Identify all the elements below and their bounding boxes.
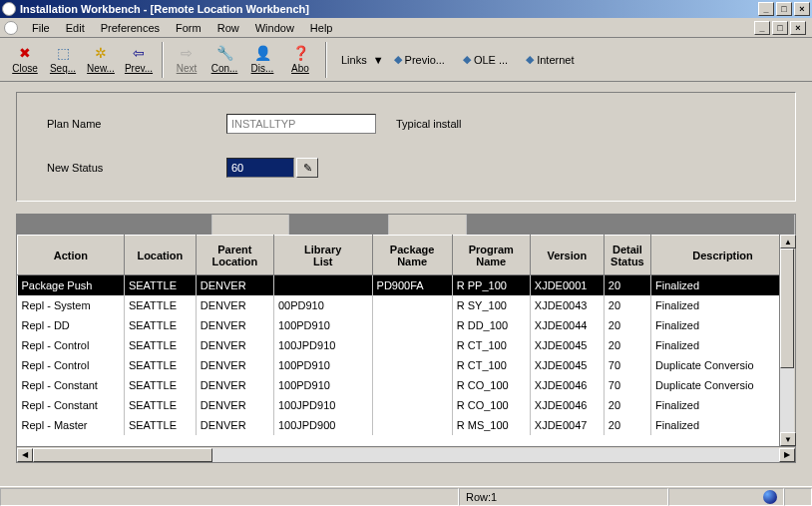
menu-help[interactable]: Help <box>302 20 341 36</box>
cell-description: Finalized <box>651 415 795 435</box>
sequence-button[interactable]: ⬚Seq... <box>44 41 82 79</box>
cell-package_name <box>372 295 452 315</box>
cell-program_name: R DD_100 <box>452 315 530 335</box>
previous-button[interactable]: ⇦Prev... <box>120 41 158 79</box>
links-dropdown-icon[interactable]: ▼ <box>373 54 384 66</box>
cell-description: Finalized <box>651 335 795 355</box>
close-window-button[interactable]: × <box>794 2 810 16</box>
vscroll-thumb[interactable] <box>780 249 794 368</box>
plan-name-input[interactable] <box>226 114 376 134</box>
menu-window[interactable]: Window <box>247 20 302 36</box>
minimize-button[interactable]: _ <box>758 2 774 16</box>
cell-location: SEATTLE <box>124 295 196 315</box>
table-row[interactable]: Repl - SystemSEATTLEDENVER 00PD910R SY_1… <box>18 295 795 315</box>
scroll-left-button[interactable]: ◀ <box>17 448 33 462</box>
content-area: Plan Name Typical install New Status ✎ A… <box>0 82 812 469</box>
table-row[interactable]: Repl - ControlSEATTLEDENVER100PD910R CT_… <box>18 355 795 375</box>
cell-package_name <box>372 375 452 395</box>
sequence-icon: ⬚ <box>55 45 71 61</box>
cell-version: XJDE0047 <box>530 415 604 435</box>
cell-detail_status: 20 <box>604 275 650 295</box>
mdi-restore-button[interactable]: □ <box>772 21 788 35</box>
previous-link[interactable]: ◆Previo... <box>390 51 449 68</box>
col-parent_location[interactable]: ParentLocation <box>196 236 273 275</box>
configure-button[interactable]: 🔧Con... <box>205 41 243 79</box>
new-status-input[interactable] <box>226 158 294 178</box>
scroll-down-button[interactable]: ▼ <box>780 432 796 446</box>
col-detail_status[interactable]: DetailStatus <box>604 236 650 275</box>
lookup-button[interactable]: ✎ <box>296 158 318 178</box>
cell-description: Duplicate Conversio <box>651 375 795 395</box>
disconnect-button[interactable]: 👤Dis... <box>243 41 281 79</box>
maximize-button[interactable]: □ <box>776 2 792 16</box>
table-row[interactable]: Repl - MasterSEATTLEDENVER100JPD900R MS_… <box>18 415 795 435</box>
cell-detail_status: 20 <box>604 415 650 435</box>
about-label: Abo <box>291 63 309 74</box>
close-label: Close <box>12 63 38 74</box>
table-row[interactable]: Repl - DDSEATTLEDENVER100PD910R DD_100XJ… <box>18 315 795 335</box>
table-row[interactable]: Package PushSEATTLEDENVERPD900FAR PP_100… <box>18 275 795 295</box>
table-row[interactable]: Repl - ConstantSEATTLEDENVER100PD910R CO… <box>18 375 795 395</box>
hscroll-thumb[interactable] <box>33 448 212 462</box>
table-row[interactable]: Repl - ConstantSEATTLEDENVER100JPD910R C… <box>18 395 795 415</box>
menu-file[interactable]: File <box>24 20 58 36</box>
menu-form[interactable]: Form <box>168 20 209 36</box>
col-library_list[interactable]: LibraryList <box>273 236 372 275</box>
col-description[interactable]: Description <box>651 236 795 275</box>
new-button[interactable]: ✲New... <box>82 41 120 79</box>
col-location[interactable]: Location <box>124 236 196 275</box>
about-button[interactable]: ❓Abo <box>281 41 319 79</box>
cell-detail_status: 70 <box>604 355 650 375</box>
data-grid: ActionLocationParentLocationLibraryListP… <box>16 214 796 463</box>
cell-package_name: PD900FA <box>372 275 452 295</box>
cell-location: SEATTLE <box>124 335 196 355</box>
mdi-minimize-button[interactable]: _ <box>754 21 770 35</box>
window-title: Installation Workbench - [Remote Locatio… <box>20 3 758 15</box>
hscroll-track[interactable] <box>33 448 779 462</box>
links-label: Links <box>341 54 367 66</box>
table-row[interactable]: Repl - ControlSEATTLEDENVER100JPD910R CT… <box>18 335 795 355</box>
window-buttons: _ □ × <box>758 2 810 16</box>
grid-scroll-area[interactable]: ActionLocationParentLocationLibraryListP… <box>17 235 795 446</box>
cell-program_name: R PP_100 <box>452 275 530 295</box>
col-action[interactable]: Action <box>18 236 125 275</box>
scroll-right-button[interactable]: ▶ <box>779 448 795 462</box>
mdi-close-button[interactable]: × <box>790 21 806 35</box>
ole-link[interactable]: ◆OLE ... <box>459 51 512 68</box>
col-package_name[interactable]: PackageName <box>372 236 452 275</box>
close-button[interactable]: ✖Close <box>6 41 44 79</box>
cell-location: SEATTLE <box>124 275 196 295</box>
cell-parent_location: DENVER <box>196 275 273 295</box>
plan-name-label: Plan Name <box>47 118 226 130</box>
about-icon: ❓ <box>292 45 308 61</box>
globe-icon <box>763 490 777 504</box>
cell-action: Repl - System <box>18 295 125 315</box>
menu-row[interactable]: Row <box>209 20 247 36</box>
vertical-scrollbar[interactable]: ▲ ▼ <box>779 235 795 446</box>
toolbar: ✖Close⬚Seq...✲New...⇦Prev...⇨Next🔧Con...… <box>0 38 812 82</box>
toolbar-separator <box>162 42 164 78</box>
menu-edit[interactable]: Edit <box>58 20 93 36</box>
col-version[interactable]: Version <box>530 236 604 275</box>
cell-package_name <box>372 335 452 355</box>
vscroll-track[interactable] <box>780 249 794 432</box>
cell-description: Duplicate Conversio <box>651 355 795 375</box>
configure-icon: 🔧 <box>216 45 232 61</box>
cell-parent_location: DENVER <box>196 335 273 355</box>
col-program_name[interactable]: ProgramName <box>452 236 530 275</box>
horizontal-scrollbar[interactable]: ◀ ▶ <box>17 446 795 462</box>
internet-link[interactable]: ◆Internet <box>522 51 578 68</box>
cell-detail_status: 20 <box>604 295 650 315</box>
cell-detail_status: 20 <box>604 395 650 415</box>
scroll-up-button[interactable]: ▲ <box>780 235 796 249</box>
cell-library_list: 100PD910 <box>273 355 372 375</box>
cell-program_name: R CO_100 <box>452 395 530 415</box>
cell-location: SEATTLE <box>124 315 196 335</box>
cell-library_list: 100JPD910 <box>273 395 372 415</box>
links-group: Links ▼ ◆Previo...◆OLE ...◆Internet <box>341 51 579 68</box>
menu-preferences[interactable]: Preferences <box>93 20 168 36</box>
cell-action: Repl - Control <box>18 355 125 375</box>
grid-split-header <box>17 215 795 235</box>
cell-action: Package Push <box>18 275 125 295</box>
cell-program_name: R CT_100 <box>452 335 530 355</box>
